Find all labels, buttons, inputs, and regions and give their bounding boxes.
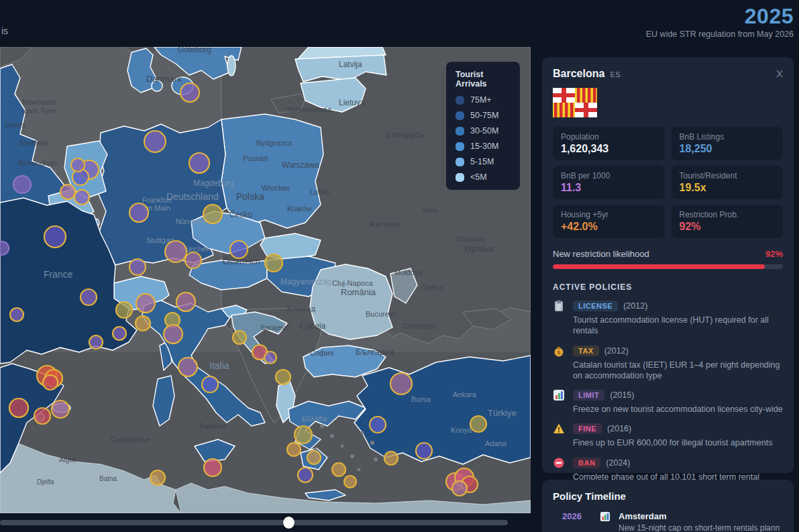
city-marker[interactable] [10, 308, 23, 321]
city-marker[interactable] [180, 83, 199, 102]
money-bag-icon: $ [553, 345, 565, 357]
city-marker[interactable] [136, 316, 150, 331]
city-marker[interactable] [370, 417, 386, 433]
city-marker[interactable] [203, 205, 222, 223]
policy-type-badge: BAN [573, 458, 600, 468]
city-marker[interactable] [470, 416, 486, 432]
policy-item: LICENSE (2012) Tourist accommodation lic… [553, 300, 783, 337]
legend-item-label: <5M [470, 172, 487, 182]
city-marker[interactable] [43, 375, 58, 390]
policy-description: Fines up to EUR 600,000 for illegal tour… [573, 437, 783, 448]
city-marker[interactable] [384, 451, 398, 465]
header-left-partial-text: is [1, 25, 8, 36]
map-place-label: Batna [99, 475, 117, 482]
city-marker[interactable] [307, 451, 321, 464]
city-stats-grid: Population1,620,343BnB Listings18,250BnB… [553, 127, 783, 238]
timeline-list: 2026 Amsterdam New 15-night cap on short… [553, 511, 783, 532]
city-marker[interactable] [60, 184, 75, 199]
city-marker[interactable] [74, 190, 89, 205]
city-marker[interactable] [276, 370, 290, 384]
city-marker[interactable] [265, 254, 282, 272]
city-marker[interactable] [136, 294, 155, 313]
city-marker[interactable] [344, 476, 356, 488]
city-marker[interactable] [81, 289, 97, 305]
city-marker[interactable] [189, 153, 209, 173]
city-marker[interactable] [71, 158, 85, 172]
city-marker[interactable] [89, 335, 103, 349]
city-marker[interactable] [264, 352, 276, 364]
likelihood-value: 92% [765, 249, 783, 259]
map-place-label: Cluj-Napoca [332, 279, 373, 287]
timeline-year: 2026 [562, 511, 590, 532]
map-place-label: София [310, 349, 333, 357]
map-place-label: Latvija [339, 60, 362, 69]
tourist-arrivals-legend: Tourist Arrivals 75M+50-75M30-50M15-30M5… [446, 62, 520, 190]
city-marker[interactable] [185, 252, 201, 268]
policy-item: FINE (2016) Fines up to EUR 600,000 for … [553, 423, 783, 448]
map-place-label: Danmark [146, 74, 182, 84]
map-place-label: Ankara [453, 390, 477, 398]
city-marker[interactable] [298, 468, 313, 482]
close-icon[interactable]: X [776, 68, 783, 79]
map-place-label: Italia [209, 360, 229, 371]
city-marker[interactable] [416, 443, 432, 459]
stat-label: Population [561, 132, 657, 142]
likelihood-label: New restriction likelihood [553, 249, 649, 259]
policy-type-badge: LICENSE [573, 301, 618, 311]
stat-label: BnB per 1000 [561, 171, 657, 180]
city-detail-card: Barcelona ES X Population1,620,343BnB Li… [542, 57, 794, 473]
stat-label: Tourist/Resident [680, 171, 776, 180]
stat-label: Restriction Prob. [680, 210, 776, 219]
map-place-label: București [366, 310, 396, 318]
year-slider-thumb[interactable] [283, 517, 295, 529]
map-place-label: Leeds [5, 121, 25, 129]
warning-icon [553, 423, 565, 435]
map-place-label: Ελλάδα [302, 415, 327, 423]
stat-value: 1,620,343 [561, 143, 657, 155]
city-name: Barcelona [553, 68, 604, 80]
legend-item: 5-15M [456, 157, 511, 166]
city-marker[interactable] [178, 358, 197, 376]
city-marker[interactable] [230, 241, 248, 258]
map-place-label: Lublin [310, 188, 329, 196]
city-marker[interactable] [44, 226, 66, 248]
stat-value: 92% [680, 221, 776, 233]
city-marker[interactable] [165, 241, 187, 262]
city-marker[interactable] [176, 292, 195, 311]
city-marker[interactable] [295, 426, 312, 443]
legend-item: <5M [456, 172, 511, 182]
city-marker[interactable] [150, 470, 165, 485]
city-marker[interactable] [116, 302, 132, 318]
stat-tile: Housing +5yr+42.0% [553, 205, 665, 238]
city-marker[interactable] [9, 398, 28, 417]
city-marker[interactable] [129, 203, 148, 222]
map-place-label: Беларусь [386, 129, 424, 140]
city-marker[interactable] [129, 259, 146, 275]
city-marker[interactable] [287, 443, 301, 456]
legend-color-dot [456, 142, 464, 151]
city-marker[interactable] [390, 373, 412, 394]
city-marker[interactable] [452, 481, 467, 496]
legend-item: 75M+ [456, 95, 511, 105]
city-marker[interactable] [0, 242, 9, 255]
map-place-label: Djelfa [37, 478, 54, 486]
year-slider-track[interactable] [0, 520, 508, 525]
policy-timeline-card: Policy Timeline 2026 Amsterdam New 15-ni… [542, 480, 794, 532]
city-marker[interactable] [164, 325, 182, 343]
city-marker[interactable] [13, 176, 31, 193]
city-marker[interactable] [52, 401, 69, 418]
city-marker[interactable] [113, 327, 126, 340]
map-place-label: Türkiye [488, 408, 517, 418]
map-place-label: Adana [485, 439, 507, 447]
timeline-description: New 15-night cap on short-term rentals p… [619, 523, 780, 532]
policy-item: $ TAX (2012) Catalan tourist tax (IEET) … [553, 345, 783, 382]
city-marker[interactable] [34, 408, 50, 424]
city-marker[interactable] [233, 331, 246, 344]
city-marker[interactable] [332, 463, 345, 476]
map-place-label: Србија [300, 321, 326, 331]
city-marker[interactable] [204, 459, 221, 476]
europe-map[interactable]: Newcastleupon TyneLeedsSheffieldBirmingh… [0, 47, 531, 513]
city-marker[interactable] [202, 376, 218, 392]
city-marker[interactable] [144, 131, 166, 152]
map-place-label: Warszawa [282, 160, 319, 170]
